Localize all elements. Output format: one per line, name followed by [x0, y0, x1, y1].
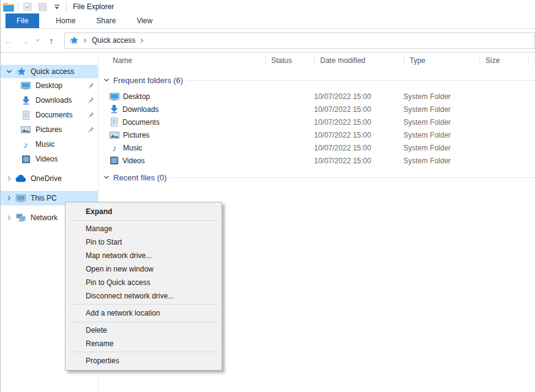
file-type: System Folder [403, 157, 479, 165]
menu-item-delete[interactable]: Delete [65, 324, 222, 337]
ribbon-tab-bar: File Home Share View [1, 13, 535, 29]
file-date-modified: 10/07/2022 15:00 [314, 144, 403, 152]
sidebar-item-label: Quick access [31, 67, 74, 76]
group-label: Frequent folders (6) [113, 76, 183, 85]
menu-item-expand[interactable]: Expand [65, 204, 222, 219]
recent-locations-chevron-icon[interactable] [32, 36, 42, 45]
menu-item-map-network-drive[interactable]: Map network drive... [65, 249, 222, 262]
sidebar-item-documents[interactable]: Documents [1, 108, 98, 122]
sidebar-item-label: Videos [36, 155, 58, 163]
table-row-documents[interactable]: Documents 10/07/2022 15:00 System Folder [99, 116, 535, 128]
sidebar-item-quick-access[interactable]: Quick access [1, 65, 98, 78]
table-row-pictures[interactable]: Pictures 10/07/2022 15:00 System Folder [99, 128, 535, 141]
column-header-type[interactable]: Type [403, 55, 479, 66]
download-arrow-icon [110, 105, 119, 114]
tab-file[interactable]: File [6, 13, 39, 28]
sidebar-item-videos[interactable]: Videos [1, 152, 98, 166]
film-icon [110, 156, 119, 165]
breadcrumb-quick-access[interactable]: Quick access [92, 36, 135, 45]
customize-toolbar-dropdown-icon[interactable] [51, 1, 62, 12]
column-header-size[interactable]: Size [479, 55, 528, 66]
document-icon [110, 117, 119, 127]
menu-item-disconnect-network-drive[interactable]: Disconnect network drive... [65, 289, 222, 303]
chevron-right-icon[interactable] [6, 176, 13, 182]
chevron-down-icon[interactable] [103, 77, 110, 83]
file-date-modified: 10/07/2022 15:00 [314, 131, 403, 139]
network-icon [15, 213, 26, 223]
address-bar[interactable]: Quick access [64, 32, 535, 49]
sidebar-item-label: OneDrive [31, 174, 62, 183]
file-date-modified: 10/07/2022 15:00 [314, 92, 403, 101]
menu-item-pin-to-start[interactable]: Pin to Start [65, 235, 222, 249]
table-row-desktop[interactable]: Desktop 10/07/2022 15:00 System Folder [99, 90, 535, 103]
menu-item-add-network-location[interactable]: Add a network location [65, 306, 222, 320]
sidebar-item-label: This PC [31, 194, 57, 202]
file-type: System Folder [403, 118, 479, 127]
file-date-modified: 10/07/2022 15:00 [314, 157, 403, 165]
forward-icon[interactable]: → [17, 36, 32, 45]
titlebar-divider [18, 2, 18, 11]
breadcrumb-chevron-icon[interactable] [83, 38, 88, 43]
menu-item-properties[interactable]: Properties [65, 353, 222, 368]
download-arrow-icon [20, 96, 31, 105]
file-name: Music [123, 144, 142, 152]
file-explorer-folder-icon [3, 1, 14, 12]
pin-icon [87, 82, 94, 89]
sidebar-item-pictures[interactable]: Pictures [1, 122, 98, 137]
file-name: Documents [122, 118, 160, 127]
file-name: Desktop [123, 92, 150, 101]
sidebar-item-label: Network [31, 213, 58, 222]
group-label: Recent files (0) [113, 173, 166, 182]
desktop-icon [110, 92, 119, 102]
sidebar-item-onedrive[interactable]: OneDrive [1, 171, 98, 186]
file-name: Videos [122, 157, 144, 165]
group-rule [170, 177, 535, 178]
group-header-frequent-folders[interactable]: Frequent folders (6) [99, 75, 535, 86]
up-icon[interactable]: ↑ [42, 35, 61, 46]
file-explorer-window: File Explorer File Home Share View ← → ↑… [0, 0, 535, 392]
chevron-down-icon[interactable] [103, 174, 110, 180]
new-item-icon[interactable] [37, 1, 48, 12]
back-icon[interactable]: ← [1, 36, 17, 45]
tab-view[interactable]: View [126, 13, 163, 28]
chevron-right-icon[interactable] [6, 215, 13, 221]
column-header-name[interactable]: Name [99, 55, 265, 66]
document-icon [20, 111, 31, 120]
sidebar-item-downloads[interactable]: Downloads [1, 93, 98, 108]
tab-home[interactable]: Home [45, 13, 86, 28]
column-header-date-modified[interactable]: Date modified [314, 55, 403, 66]
table-row-downloads[interactable]: Downloads 10/07/2022 15:00 System Folder [99, 103, 535, 116]
sidebar-item-label: Downloads [36, 96, 72, 105]
table-row-music[interactable]: ♪Music 10/07/2022 15:00 System Folder [99, 141, 535, 154]
table-row-videos[interactable]: Videos 10/07/2022 15:00 System Folder [99, 154, 535, 167]
chevron-right-icon[interactable] [6, 195, 13, 201]
file-name: Pictures [123, 131, 149, 139]
music-note-icon: ♪ [20, 140, 31, 149]
properties-check-icon[interactable] [22, 1, 33, 12]
pin-icon [87, 111, 94, 119]
column-header-status[interactable]: Status [265, 55, 314, 66]
this-pc-monitor-icon [15, 193, 26, 203]
file-type: System Folder [403, 131, 479, 139]
chevron-down-icon[interactable] [6, 68, 13, 75]
picture-icon [110, 130, 119, 140]
menu-item-pin-to-quick-access[interactable]: Pin to Quick access [65, 276, 222, 289]
sidebar-item-music[interactable]: ♪ Music [1, 137, 98, 152]
frequent-folders-list: Desktop 10/07/2022 15:00 System Folder D… [99, 90, 535, 167]
menu-item-open-in-new-window[interactable]: Open in new window [65, 262, 222, 276]
menu-item-manage[interactable]: Manage [65, 222, 222, 235]
menu-item-rename[interactable]: Rename [65, 337, 222, 350]
breadcrumb-chevron-icon[interactable] [140, 38, 144, 43]
sidebar-item-label: Documents [36, 111, 73, 119]
menu-separator [70, 322, 217, 322]
group-header-recent-files[interactable]: Recent files (0) [99, 172, 535, 183]
sidebar-item-desktop[interactable]: Desktop [1, 78, 98, 93]
cloud-icon [15, 175, 26, 182]
tab-share[interactable]: Share [86, 13, 126, 28]
film-icon [20, 155, 31, 164]
file-name: Downloads [122, 105, 159, 114]
title-bar: File Explorer [1, 0, 535, 13]
menu-separator [70, 220, 217, 221]
pin-icon [87, 126, 94, 133]
quick-access-star-icon [69, 36, 78, 45]
